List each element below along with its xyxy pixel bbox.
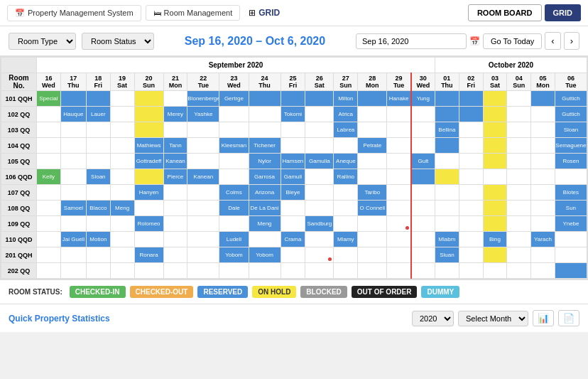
grid-button[interactable]: GRID [545, 4, 582, 21]
cell [134, 107, 163, 122]
cell [531, 169, 555, 185]
cell [134, 263, 163, 279]
cell [60, 91, 86, 107]
cell [483, 201, 507, 216]
cell [60, 185, 86, 201]
room-label: 105 QQ [1, 154, 37, 169]
table-row: 109 QQRolomeoMengSandburgYnebe [1, 216, 587, 232]
cell [86, 91, 110, 107]
cell [134, 201, 163, 216]
cell: Sun [555, 201, 587, 216]
room-label: 104 QQ [1, 138, 37, 154]
day-header-27: 27Sun [334, 73, 358, 91]
sep-header: September 2020 [37, 58, 435, 73]
cell [483, 169, 507, 185]
go-today-button[interactable]: Go To Today [483, 33, 542, 49]
day-header-23: 23Wed [219, 73, 249, 91]
cell: Kanean [163, 154, 187, 169]
cell [60, 122, 86, 138]
cell: Rosen [555, 154, 587, 169]
cell [387, 216, 411, 232]
export-button[interactable]: 📊 [533, 310, 554, 326]
cell [110, 247, 134, 263]
cell [187, 263, 219, 279]
cell [187, 154, 219, 169]
cell: Atrica [334, 107, 358, 122]
cell: Crama [281, 232, 305, 247]
table-row: 110 QQDJai GuellMotionLudellCramaMlamyMl… [1, 232, 587, 247]
cell [305, 247, 334, 263]
cell [555, 169, 587, 185]
cell: Taribo [358, 185, 387, 201]
cell [334, 185, 358, 201]
cell [507, 91, 531, 107]
cell [187, 201, 219, 216]
cell [387, 138, 411, 154]
room-board-button[interactable]: ROOM BOARD [468, 4, 542, 21]
tab-pms[interactable]: 📅 Property Management System [7, 5, 141, 21]
cell [37, 185, 61, 201]
cell [435, 107, 459, 122]
month-select[interactable]: Select Month [458, 311, 528, 326]
cell: Colms [219, 185, 249, 201]
cell [507, 201, 531, 216]
cell [435, 201, 459, 216]
cell [459, 216, 483, 232]
room-label: 202 QQ [1, 263, 37, 279]
cell [483, 122, 507, 138]
cell [459, 185, 483, 201]
cell [37, 122, 61, 138]
month-header-row: September 2020 October 2020 [1, 58, 587, 73]
room-label: 102 QQ [1, 107, 37, 122]
cell [219, 122, 249, 138]
cell: Dale [219, 201, 249, 216]
badge-checkedin: CHECKED-IN [70, 286, 126, 298]
cell: O Connell [358, 201, 387, 216]
cell: Jai Guell [60, 232, 86, 247]
cell [86, 185, 110, 201]
prev-arrow-button[interactable]: ‹ [545, 32, 560, 50]
cell [435, 138, 459, 154]
date-input[interactable] [356, 33, 467, 49]
cell [219, 154, 249, 169]
room-label: 101 QQH [1, 91, 37, 107]
bed-icon: 🛏 [153, 9, 161, 17]
cell: Bing [483, 232, 507, 247]
cell [60, 247, 86, 263]
cell [507, 169, 531, 185]
cell [110, 107, 134, 122]
room-type-select[interactable]: Room Type [9, 33, 76, 50]
table-row: 102 QQHauqueLauerMereyYashkeTokomiAtrica… [1, 107, 587, 122]
cell [435, 154, 459, 169]
cell [134, 169, 163, 185]
cell [507, 247, 531, 263]
pdf-button[interactable]: 📄 [558, 310, 579, 326]
cell [281, 247, 305, 263]
day-header-21: 21Mon [163, 73, 187, 91]
calendar-grid: September 2020 October 2020 Room No. 16W… [0, 56, 588, 279]
day-header-02: 02Fri [459, 73, 483, 91]
cell [60, 169, 86, 185]
cell [37, 216, 61, 232]
cell [163, 185, 187, 201]
cell [219, 263, 249, 279]
room-status-select[interactable]: Room Status [82, 33, 154, 50]
day-header-17: 17Thu [60, 73, 86, 91]
cell: Mlamy [334, 232, 358, 247]
cell: Sandburg [305, 216, 334, 232]
year-select[interactable]: 2020 [412, 311, 454, 326]
cell [110, 263, 134, 279]
tab-room-management[interactable]: 🛏 Room Management [146, 5, 241, 21]
cell: Petrate [358, 138, 387, 154]
cell [249, 232, 281, 247]
date-range-label: Sep 16, 2020 – Oct 6, 2020 [160, 35, 350, 48]
cell [110, 169, 134, 185]
cell [411, 232, 435, 247]
quick-stats-bar: Quick Property Statistics 2020 Select Mo… [0, 304, 588, 332]
cell: Kanean [187, 169, 219, 185]
cell [305, 122, 334, 138]
cell [531, 122, 555, 138]
cell [531, 201, 555, 216]
next-arrow-button[interactable]: › [564, 32, 579, 50]
table-row: 106 QQDKellySloanPierceKaneanGarrosaGamu… [1, 169, 587, 185]
